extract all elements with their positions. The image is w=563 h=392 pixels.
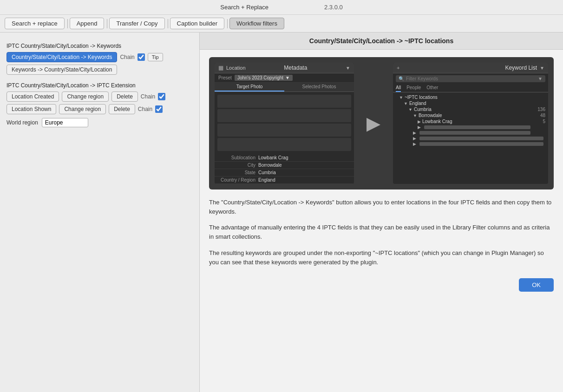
kw-blurred-name-3 bbox=[419, 137, 543, 140]
lr-kw-tab-other[interactable]: Other bbox=[426, 84, 438, 92]
right-arrow-icon: ► bbox=[362, 110, 385, 137]
arrow-container: ► bbox=[360, 63, 387, 184]
section2-label: IPTC Country/State/City/Location -> IPTC… bbox=[7, 82, 193, 89]
app-title: Search + Replace bbox=[220, 4, 268, 11]
nav-separator-1 bbox=[67, 19, 68, 28]
nav-separator-2 bbox=[107, 19, 107, 28]
kw-expand-blurred-3: ▶ bbox=[413, 136, 416, 141]
nav-bar: Search + replace Append Transfer / Copy … bbox=[0, 15, 563, 33]
chain-label-1: Chain bbox=[120, 54, 134, 60]
chain-label-2: Chain bbox=[141, 93, 155, 100]
lr-photo-row-2 bbox=[217, 109, 351, 122]
right-panel-title: Country/State/City/Location -> ~IPTC loc… bbox=[309, 37, 453, 45]
ok-btn-row: OK bbox=[209, 274, 554, 294]
chain-label-3: Chain bbox=[138, 106, 152, 112]
lr-location-label: Location bbox=[226, 65, 246, 71]
lr-photo-row-4 bbox=[217, 138, 351, 151]
lr-tab-target[interactable]: Target Photo bbox=[215, 83, 284, 91]
nav-transfer-copy[interactable]: Transfer / Copy bbox=[109, 18, 164, 29]
lr-kw-placeholder: Filter Keywords bbox=[406, 76, 438, 81]
location-shown-delete[interactable]: Delete bbox=[109, 104, 135, 114]
nav-workflow-filters[interactable]: Workflow filters bbox=[229, 18, 284, 29]
title-bar: Search + Replace 2.3.0.0 bbox=[0, 0, 563, 15]
app-version: 2.3.0.0 bbox=[324, 4, 343, 11]
nav-append[interactable]: Append bbox=[70, 18, 105, 29]
lr-kw-tab-all[interactable]: All bbox=[396, 84, 401, 92]
right-panel-header: Country/State/City/Location -> ~IPTC loc… bbox=[200, 33, 563, 50]
kw-item-lowbank: ▶ Lowbank Crag 5 bbox=[393, 118, 548, 124]
lr-tabs: Target Photo Selected Photos bbox=[215, 83, 354, 92]
lr-kw-title: Keyword List bbox=[402, 65, 537, 71]
lr-tab-selected[interactable]: Selected Photos bbox=[284, 83, 354, 91]
world-region-row: World region bbox=[7, 118, 193, 127]
world-region-input[interactable] bbox=[42, 118, 88, 127]
main-layout: IPTC Country/State/City/Location -> Keyw… bbox=[0, 33, 563, 392]
kw-item-england: ▼ England bbox=[393, 100, 548, 106]
lr-metadata-header: ▦ Location Metadata ▼ bbox=[215, 63, 354, 73]
lr-field-state: State Cumbria bbox=[215, 169, 354, 176]
kw-item-blurred-1: ▶ bbox=[393, 124, 548, 130]
lr-kw-search: 🔍 Filter Keywords ▼ bbox=[396, 75, 545, 82]
chain-checkbox-1[interactable] bbox=[137, 53, 145, 61]
lr-kw-tabs: All People Other bbox=[393, 84, 548, 92]
kw-expand-blurred-2: ▶ bbox=[413, 131, 416, 135]
kw-expand-lowbank[interactable]: ▶ bbox=[418, 119, 421, 124]
lr-preset-value: John's 2023 Copyright ▼ bbox=[235, 75, 293, 81]
lr-field-country: Country / Region England bbox=[215, 176, 354, 184]
kw-item-cumbria: ▼ Cumbria 136 bbox=[393, 106, 548, 112]
lr-photo-row-1 bbox=[217, 95, 351, 108]
kw-expand-iptc[interactable]: ▼ bbox=[399, 95, 403, 100]
section1-label: IPTC Country/State/City/Location -> Keyw… bbox=[7, 43, 193, 49]
location-icon: ▦ bbox=[218, 65, 223, 71]
desc-text-3: The resulting keywords are grouped under… bbox=[209, 248, 554, 267]
kw-blurred-name-2 bbox=[419, 131, 530, 135]
kw-expand-borrowdale[interactable]: ▼ bbox=[413, 113, 417, 118]
nav-search-replace[interactable]: Search + replace bbox=[5, 18, 65, 29]
nav-caption-builder[interactable]: Caption builder bbox=[170, 18, 224, 29]
lr-kw-tab-people[interactable]: People bbox=[406, 84, 421, 92]
lr-field-sublocation: Sublocation Lowbank Crag bbox=[215, 154, 354, 162]
right-panel-content: ▦ Location Metadata ▼ Preset John's 2023… bbox=[200, 50, 563, 392]
lr-metadata-title: Metadata bbox=[249, 65, 343, 71]
location-shown-btn[interactable]: Location Shown bbox=[7, 104, 56, 114]
chain-checkbox-3[interactable] bbox=[155, 105, 163, 113]
lr-preset-row: Preset John's 2023 Copyright ▼ bbox=[215, 73, 354, 83]
country-keywords-btn[interactable]: Country/State/City/Location -> Keywords bbox=[7, 52, 117, 62]
kw-tree: ▼ ~IPTC locations ▼ England ▼ bbox=[393, 93, 548, 148]
lr-kw-plus: + bbox=[397, 65, 399, 71]
kw-expand-cumbria[interactable]: ▼ bbox=[408, 107, 412, 112]
kw-item-iptc: ▼ ~IPTC locations bbox=[393, 94, 548, 100]
location-created-btn[interactable]: Location Created bbox=[7, 91, 59, 102]
location-shown-row: Location Shown Change region Delete Chai… bbox=[7, 104, 193, 114]
kw-expand-england[interactable]: ▼ bbox=[404, 101, 408, 106]
kw-item-borrowdale: ▼ Borrowdale 48 bbox=[393, 112, 548, 118]
tip-button[interactable]: Tip bbox=[148, 53, 163, 61]
lr-preset-label: Preset bbox=[218, 75, 232, 80]
lr-photo-row-3 bbox=[217, 124, 351, 137]
kw-item-blurred-4: ▶ bbox=[393, 141, 548, 147]
screenshot-container: ▦ Location Metadata ▼ Preset John's 2023… bbox=[209, 57, 554, 189]
search-icon: 🔍 bbox=[399, 76, 404, 81]
kw-blurred-name-1 bbox=[424, 125, 530, 129]
location-created-change-region[interactable]: Change region bbox=[62, 91, 109, 102]
section1-row1: Country/State/City/Location -> Keywords … bbox=[7, 52, 193, 62]
right-panel: Country/State/City/Location -> ~IPTC loc… bbox=[200, 33, 563, 392]
location-shown-change-region[interactable]: Change region bbox=[59, 104, 106, 114]
nav-separator-3 bbox=[168, 19, 168, 28]
kw-blurred-name-4 bbox=[419, 142, 543, 146]
location-created-delete[interactable]: Delete bbox=[111, 91, 138, 102]
kw-item-blurred-2: ▶ bbox=[393, 130, 548, 136]
desc-text-1: The "Country/State/City/Location -> Keyw… bbox=[209, 198, 554, 216]
chain-checkbox-2[interactable] bbox=[158, 93, 165, 100]
world-region-label: World region bbox=[7, 119, 38, 126]
keywords-country-btn[interactable]: Keywords -> Country/State/City/Location bbox=[7, 65, 117, 75]
location-created-row: Location Created Change region Delete Ch… bbox=[7, 91, 193, 102]
lr-kw-chevron: ▼ bbox=[540, 65, 544, 71]
lr-metadata-panel: ▦ Location Metadata ▼ Preset John's 2023… bbox=[215, 63, 354, 184]
ok-button[interactable]: OK bbox=[519, 278, 554, 292]
lr-field-city: City Borrowdale bbox=[215, 162, 354, 169]
lr-kw-header: + Keyword List ▼ bbox=[393, 63, 548, 73]
left-panel: IPTC Country/State/City/Location -> Keyw… bbox=[0, 33, 200, 392]
kw-item-blurred-3: ▶ bbox=[393, 136, 548, 141]
lr-header-chevron: ▼ bbox=[346, 65, 350, 71]
